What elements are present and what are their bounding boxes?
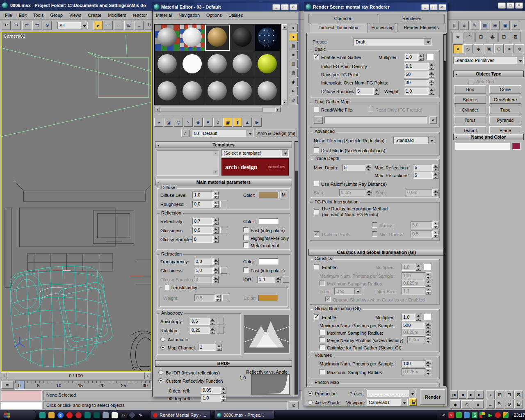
spin-down-icon[interactable]: [367, 193, 372, 196]
quicklaunch-ie-icon[interactable]: e: [57, 412, 64, 418]
tab-hierarchy-icon[interactable]: ⊞: [475, 32, 486, 42]
caustics-multiplier-field[interactable]: 1,0: [402, 264, 421, 271]
spin-up-icon[interactable]: [429, 79, 434, 83]
spin-down-icon[interactable]: [374, 91, 379, 95]
refraction-glossiness-map-button[interactable]: [220, 267, 227, 274]
spin-down-icon[interactable]: [429, 75, 434, 78]
roughness-field[interactable]: 0,0: [192, 201, 219, 208]
spin-down-icon[interactable]: [429, 66, 434, 70]
maximize-button[interactable]: □: [281, 4, 289, 10]
spin-down-icon[interactable]: [426, 372, 431, 376]
material-slot-5[interactable]: [255, 25, 280, 51]
translucency-color-swatch[interactable]: [258, 295, 278, 301]
diffuse-bounces-field[interactable]: 5: [356, 88, 379, 95]
rectangular-selection-region-icon[interactable]: ▭: [104, 21, 113, 30]
autogrid-checkbox[interactable]: [468, 79, 473, 84]
tab-create-icon[interactable]: ★: [452, 32, 463, 43]
browse-button[interactable]: ...: [314, 116, 323, 124]
minimize-button[interactable]: _: [272, 4, 280, 10]
item[interactable]: Plane: [489, 126, 521, 135]
glossy-samples-field[interactable]: 8: [192, 236, 219, 243]
time-slider[interactable]: ‹ 0 / 100 ›: [1, 372, 151, 379]
max-depth-field[interactable]: 5: [342, 164, 371, 171]
radius-checkbox[interactable]: [372, 222, 377, 228]
fast-interpolate-checkbox[interactable]: [243, 227, 249, 233]
gi-enable-checkbox[interactable]: [314, 314, 319, 320]
select-object-icon[interactable]: ►: [94, 21, 103, 30]
tab-renderer[interactable]: Renderer: [379, 14, 445, 23]
scroll-up-icon[interactable]: ▲: [213, 151, 218, 156]
automatic-radio[interactable]: [160, 337, 165, 342]
selection-filter-dropdown[interactable]: All: [57, 22, 88, 29]
material-type-button[interactable]: Arch & Design (mi): [256, 130, 297, 137]
assign-material-to-selection-icon[interactable]: ◎: [174, 118, 183, 127]
highlights-fg-checkbox[interactable]: [243, 235, 249, 240]
item[interactable]: Teapot: [454, 126, 486, 135]
fg-weight-field[interactable]: 1,0: [404, 88, 434, 95]
spin-up-icon[interactable]: [426, 336, 431, 340]
spin-up-icon[interactable]: [367, 189, 372, 193]
name-and-color-rollout[interactable]: -Name and Color: [453, 134, 524, 140]
close-button[interactable]: ×: [438, 4, 446, 10]
zoom-extents-icon[interactable]: ⊡: [505, 390, 514, 399]
pan-icon[interactable]: ↔: [486, 400, 495, 409]
item[interactable]: Group: [47, 11, 66, 19]
material-slot-6[interactable]: [155, 51, 180, 78]
scroll-left-icon[interactable]: ◄: [155, 107, 160, 112]
volumes-radius-checkbox[interactable]: [320, 369, 325, 374]
close-button[interactable]: ×: [515, 2, 523, 9]
material-slot-3[interactable]: [205, 25, 230, 51]
tab-display-icon[interactable]: ⊡: [498, 32, 509, 42]
sample-slots-scrollbar[interactable]: ▲ ▼: [282, 24, 288, 105]
spin-up-icon[interactable]: [426, 368, 431, 372]
item[interactable]: Navigation: [175, 11, 203, 19]
backlight-icon[interactable]: ●: [289, 33, 298, 41]
anisotropy-map-button[interactable]: [217, 318, 224, 324]
item[interactable]: Sphere: [454, 96, 486, 104]
merge-photons-checkbox[interactable]: [320, 337, 325, 342]
select-and-move-icon[interactable]: ↔: [135, 21, 144, 30]
maxscript-mini-listener[interactable]: [1, 390, 42, 401]
quicklaunch-app-2-icon[interactable]: [129, 412, 136, 419]
fg-multiplier-field[interactable]: 1,0: [404, 54, 424, 61]
read-only-checkbox[interactable]: [368, 107, 373, 112]
bind-to-space-warp-icon[interactable]: ⊗: [43, 21, 52, 30]
item[interactable]: Tube: [489, 106, 521, 114]
spin-down-icon[interactable]: [433, 234, 438, 238]
object-name-field[interactable]: [455, 143, 510, 150]
material-slot-15[interactable]: [255, 78, 280, 105]
tray-update-icon[interactable]: [456, 412, 462, 418]
spin-up-icon[interactable]: [426, 272, 431, 276]
tray-ati-icon[interactable]: [495, 412, 501, 418]
spin-up-icon[interactable]: [210, 318, 215, 322]
spin-up-icon[interactable]: [433, 231, 438, 234]
material-slot-11[interactable]: [155, 78, 180, 105]
spin-down-icon[interactable]: [213, 204, 219, 208]
parameters-scrollbar[interactable]: [294, 141, 298, 395]
spin-up-icon[interactable]: [213, 227, 219, 231]
mini-curve-editor-icon[interactable]: ≡: [1, 381, 14, 389]
item[interactable]: Tools: [30, 11, 47, 19]
caustics-gi-rollout[interactable]: -Caustics and Global Illumination (GI): [308, 249, 445, 256]
item[interactable]: Torus: [454, 116, 486, 124]
tab-common[interactable]: Common: [308, 14, 378, 23]
gi-radius-checkbox[interactable]: [320, 330, 325, 335]
spin-down-icon[interactable]: [366, 168, 371, 171]
video-color-check-icon[interactable]: ▥: [289, 60, 298, 68]
material-name-dropdown[interactable]: 03 - Default: [192, 130, 253, 137]
max-refractions-field[interactable]: 5: [413, 172, 438, 179]
min-radius-field[interactable]: 0,5: [411, 231, 438, 237]
category-lights-icon[interactable]: ◆: [474, 44, 483, 53]
background-icon[interactable]: ▦: [289, 42, 298, 50]
spin-up-icon[interactable]: [215, 294, 221, 298]
spin-down-icon[interactable]: [433, 176, 438, 179]
category-cameras-icon[interactable]: ▣: [484, 44, 493, 53]
spin-up-icon[interactable]: [433, 189, 438, 193]
caustics-filter-dropdown[interactable]: Box: [334, 288, 361, 295]
spin-down-icon[interactable]: [217, 347, 222, 351]
item[interactable]: Cone: [489, 85, 521, 94]
spin-down-icon[interactable]: [215, 298, 221, 302]
previous-frame-icon[interactable]: ◀: [459, 390, 466, 399]
scroll-thumb[interactable]: [160, 107, 262, 112]
crossing-selection-icon[interactable]: ◌: [114, 21, 123, 30]
